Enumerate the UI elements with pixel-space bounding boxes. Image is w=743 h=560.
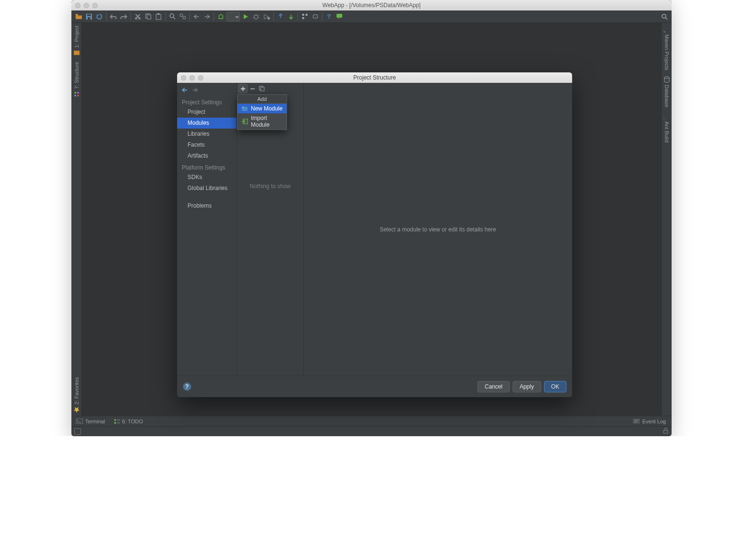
modules-empty-text: Nothing to show — [237, 183, 303, 190]
open-file-icon[interactable] — [74, 12, 83, 21]
modules-list-pane: Nothing to show Add New Module Import Mo… — [237, 83, 304, 376]
sidebar-back-icon[interactable] — [181, 86, 188, 94]
sidebar-forward-icon[interactable] — [191, 86, 199, 94]
tool-tab-project[interactable]: 1: Project — [72, 23, 81, 59]
sidebar-item-sdks[interactable]: SDKs — [177, 172, 237, 183]
apply-button[interactable]: Apply — [513, 381, 541, 392]
tool-tab-label: Ant Build — [664, 121, 670, 142]
svg-point-26 — [664, 77, 669, 79]
popup-header: Add — [238, 95, 287, 104]
tool-tab-structure[interactable]: 7: Structure — [72, 59, 81, 100]
svg-rect-6 — [147, 15, 151, 19]
window-title: WebApp - [/Volumes/PSData/WebApp] — [71, 2, 672, 9]
dialog-sidebar: Project Settings Project Modules Librari… — [177, 83, 237, 376]
vcs-commit-icon[interactable] — [286, 12, 296, 21]
window-close-dot[interactable] — [75, 3, 80, 8]
paste-icon[interactable] — [154, 12, 163, 21]
debug-icon[interactable] — [251, 12, 261, 21]
svg-rect-36 — [242, 107, 244, 108]
replace-icon[interactable] — [178, 12, 188, 21]
dialog-help-button[interactable]: ? — [183, 382, 191, 391]
svg-rect-13 — [267, 17, 270, 20]
sidebar-item-artifacts[interactable]: Artifacts — [177, 150, 237, 161]
tool-tab-label: 7: Structure — [74, 62, 79, 89]
tool-tab-label: Maven Projects — [664, 34, 670, 70]
svg-point-21 — [77, 95, 79, 97]
find-icon[interactable] — [168, 12, 177, 21]
svg-rect-32 — [664, 430, 668, 433]
cut-icon[interactable] — [133, 12, 142, 21]
vcs-update-icon[interactable] — [276, 12, 285, 21]
popup-item-new-module[interactable]: New Module — [238, 104, 287, 113]
toolbar-separator — [106, 12, 107, 21]
tool-tab-terminal[interactable]: Terminal — [76, 419, 105, 424]
toolbar-separator — [322, 12, 322, 21]
popup-item-import-module[interactable]: Import Module — [238, 113, 287, 130]
svg-point-24 — [74, 92, 76, 94]
svg-rect-34 — [261, 87, 264, 91]
svg-rect-16 — [306, 14, 307, 16]
tool-tab-eventlog[interactable]: Event Log — [633, 419, 666, 424]
sidebar-item-modules[interactable]: Modules — [177, 118, 237, 129]
tool-tab-maven[interactable]: m Maven Projects — [663, 23, 671, 73]
copy-icon[interactable] — [143, 12, 153, 21]
toolbar-separator — [130, 12, 131, 21]
svg-rect-2 — [88, 17, 90, 20]
tool-tab-database[interactable]: Database — [663, 73, 671, 110]
redo-icon[interactable] — [119, 12, 129, 21]
remove-module-button[interactable] — [248, 84, 257, 93]
tool-tab-label: Terminal — [85, 419, 105, 424]
dialog-zoom-dot[interactable] — [198, 75, 203, 80]
tool-tab-todo[interactable]: 6: TODO — [114, 419, 143, 424]
window-zoom-dot[interactable] — [92, 3, 98, 8]
lock-icon[interactable] — [663, 427, 669, 436]
toolbar-separator — [165, 12, 166, 21]
forward-icon[interactable] — [202, 12, 212, 21]
sidebar-item-libraries[interactable]: Libraries — [177, 129, 237, 140]
build-icon[interactable] — [216, 12, 226, 21]
copy-module-button[interactable] — [257, 84, 267, 93]
right-gutter: m Maven Projects Database ✳ Ant Build — [661, 23, 672, 416]
help-toolbar-icon[interactable]: ? — [324, 12, 334, 21]
save-icon[interactable] — [84, 12, 94, 21]
popup-item-label: Import Module — [251, 115, 283, 128]
coverage-icon[interactable] — [262, 12, 271, 21]
toolbar-separator — [297, 12, 298, 21]
dialog-footer: ? Cancel Apply OK — [177, 376, 572, 397]
add-popup: Add New Module Import Module — [237, 94, 287, 130]
search-everywhere-icon[interactable] — [660, 12, 669, 21]
svg-rect-7 — [156, 14, 161, 20]
tool-tab-label: 2: Favorites — [74, 377, 79, 404]
dialog-close-dot[interactable] — [181, 75, 186, 80]
sdk-manager-icon[interactable] — [310, 12, 320, 21]
status-bar — [71, 427, 672, 436]
window-min-dot[interactable] — [84, 3, 89, 8]
svg-rect-28 — [76, 419, 83, 424]
bottom-tool-tabs: Terminal 6: TODO Event Log — [71, 416, 672, 427]
sync-icon[interactable] — [95, 12, 104, 21]
run-icon[interactable] — [241, 12, 250, 21]
cancel-button[interactable]: Cancel — [477, 381, 509, 392]
tool-tab-favorites[interactable]: 2: Favorites — [72, 374, 81, 416]
run-config-dropdown[interactable] — [227, 12, 240, 21]
undo-icon[interactable] — [109, 12, 118, 21]
tool-tab-ant[interactable]: ✳ Ant Build — [663, 110, 671, 145]
sidebar-item-global-libraries[interactable]: Global Libraries — [177, 183, 237, 194]
toolbar-separator — [214, 12, 214, 21]
ok-button[interactable]: OK — [544, 381, 566, 392]
svg-point-9 — [170, 14, 174, 18]
sidebar-item-facets[interactable]: Facets — [177, 140, 237, 150]
back-icon[interactable] — [192, 12, 201, 21]
popup-item-label: New Module — [251, 105, 283, 112]
project-structure-icon[interactable] — [300, 12, 309, 21]
sidebar-item-problems[interactable]: Problems — [177, 200, 237, 211]
svg-point-19 — [662, 14, 666, 18]
sidebar-item-project[interactable]: Project — [177, 107, 237, 118]
project-structure-dialog: Project Structure Project Settings Proje… — [177, 72, 572, 397]
toolbar-separator — [189, 12, 190, 21]
add-module-button[interactable] — [238, 84, 248, 93]
svg-point-10 — [180, 14, 183, 17]
toolwindow-toggle-icon[interactable] — [74, 428, 81, 435]
dialog-min-dot[interactable] — [189, 75, 195, 80]
feedback-icon[interactable] — [335, 12, 344, 21]
